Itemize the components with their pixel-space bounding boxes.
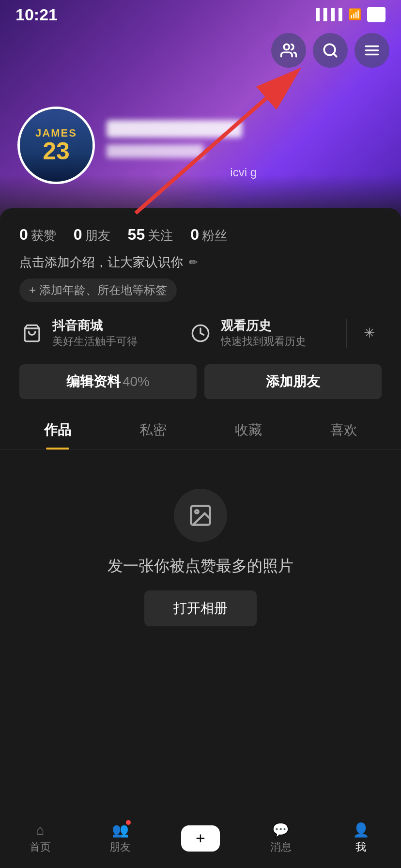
avatar-wrap: JAMES 23 <box>17 107 95 184</box>
edit-icon: ✏ <box>189 256 198 269</box>
followers-count: 0 <box>190 226 199 244</box>
friends-notification-dot <box>126 820 131 825</box>
action-buttons: 编辑资料 40% 添加朋友 <box>0 356 401 411</box>
add-friend-label: 添加朋友 <box>266 372 320 391</box>
nav-home-label: 首页 <box>30 840 51 854</box>
svg-point-11 <box>195 510 199 513</box>
quick-link-divider <box>178 319 178 348</box>
quick-link-more[interactable]: ✳ <box>356 321 382 346</box>
nav-friends-label: 朋友 <box>109 840 131 854</box>
friends-icon-button[interactable] <box>271 33 306 68</box>
stat-likes: 0 获赞 <box>19 226 56 244</box>
history-icon <box>188 321 213 346</box>
empty-state: 发一张你被点赞最多的照片 打开相册 <box>0 450 401 626</box>
nav-me[interactable]: 👤 我 <box>321 822 401 854</box>
bio-text[interactable]: 点击添加介绍，让大家认识你 ✏ <box>19 254 382 271</box>
nav-friends[interactable]: 👥 朋友 <box>80 822 161 854</box>
add-tag-label: + 添加年龄、所在地等标签 <box>29 282 167 298</box>
following-count: 55 <box>128 226 145 244</box>
username-area: icvi g <box>107 120 242 158</box>
stat-following[interactable]: 55 关注 <box>128 226 173 244</box>
top-actions <box>271 33 389 68</box>
shop-link[interactable]: 抖音商城 美好生活触手可得 <box>19 317 168 349</box>
status-icons: ▐▐▐▐ 📶 48 <box>312 7 386 22</box>
shop-subtitle: 美好生活触手可得 <box>52 334 138 349</box>
stats-row: 0 获赞 0 朋友 55 关注 0 粉丝 <box>0 208 401 254</box>
shop-title: 抖音商城 <box>52 317 138 334</box>
wifi-icon: 📶 <box>348 8 361 21</box>
username-suffix: icvi g <box>230 166 257 179</box>
open-album-label: 打开相册 <box>173 601 228 616</box>
status-time: 10:21 <box>15 5 58 24</box>
friends-nav-icon: 👥 <box>112 822 129 837</box>
likes-count: 0 <box>19 226 28 244</box>
bio-area: 点击添加介绍，让大家认识你 ✏ + 添加年龄、所在地等标签 <box>0 254 401 310</box>
battery-indicator: 48 <box>367 7 386 22</box>
tab-private-label: 私密 <box>139 421 167 439</box>
tab-likes[interactable]: 喜欢 <box>296 411 391 450</box>
me-icon: 👤 <box>353 822 370 838</box>
tab-collections[interactable]: 收藏 <box>200 411 296 450</box>
nav-messages[interactable]: 💬 消息 <box>241 822 321 854</box>
history-title: 观看历史 <box>221 317 306 334</box>
followers-label: 粉丝 <box>202 227 227 244</box>
svg-point-0 <box>284 44 289 49</box>
search-icon <box>322 42 339 59</box>
following-label: 关注 <box>148 227 173 244</box>
tab-works-label: 作品 <box>44 421 71 439</box>
main-card: 0 获赞 0 朋友 55 关注 0 粉丝 点击添加介绍，让大家认识你 ✏ + 添… <box>0 208 401 815</box>
tab-collections-label: 收藏 <box>235 421 262 439</box>
photo-icon <box>188 503 213 528</box>
stat-friends: 0 朋友 <box>74 226 110 244</box>
nav-add[interactable] <box>160 825 241 852</box>
edit-profile-percent: 40% <box>123 374 150 389</box>
quick-links: 抖音商城 美好生活触手可得 观看历史 快速找到观看历史 ✳ <box>0 310 401 356</box>
friends-label: 朋友 <box>85 227 110 244</box>
friends-count: 0 <box>74 226 82 244</box>
stat-followers[interactable]: 0 粉丝 <box>190 226 227 244</box>
friends-icon <box>280 42 297 59</box>
history-link[interactable]: 观看历史 快速找到观看历史 <box>188 317 337 349</box>
empty-icon-circle <box>174 489 227 542</box>
status-bar: 10:21 ▐▐▐▐ 📶 48 <box>0 0 401 29</box>
edit-profile-label: 编辑资料 <box>66 372 121 391</box>
likes-label: 获赞 <box>31 227 56 244</box>
tab-private[interactable]: 私密 <box>105 411 200 450</box>
add-friend-button[interactable]: 添加朋友 <box>204 364 382 399</box>
menu-icon <box>364 42 380 59</box>
edit-profile-button[interactable]: 编辑资料 40% <box>19 364 197 399</box>
nav-me-label: 我 <box>355 840 366 854</box>
add-content-button[interactable] <box>181 825 220 852</box>
nav-messages-label: 消息 <box>270 840 292 854</box>
history-subtitle: 快速找到观看历史 <box>221 334 306 349</box>
open-album-button[interactable]: 打开相册 <box>144 590 257 626</box>
add-tag-button[interactable]: + 添加年龄、所在地等标签 <box>19 279 177 302</box>
empty-text: 发一张你被点赞最多的照片 <box>108 556 293 577</box>
tab-likes-label: 喜欢 <box>330 421 357 439</box>
bio-placeholder: 点击添加介绍，让大家认识你 <box>19 254 183 271</box>
quick-link-divider-2 <box>346 319 347 348</box>
tab-works[interactable]: 作品 <box>10 411 105 450</box>
nav-friends-wrap: 👥 <box>112 822 129 838</box>
svg-line-2 <box>334 54 337 57</box>
bottom-nav: ⌂ 首页 👥 朋友 💬 消息 👤 我 <box>0 815 401 868</box>
menu-icon-button[interactable] <box>355 33 389 68</box>
search-icon-button[interactable] <box>313 33 348 68</box>
shop-icon <box>19 321 45 346</box>
avatar[interactable]: JAMES 23 <box>17 107 95 184</box>
username-blurred <box>107 120 242 138</box>
username-id-blurred <box>107 144 203 158</box>
home-icon: ⌂ <box>36 822 44 838</box>
tabs-row: 作品 私密 收藏 喜欢 <box>0 411 401 450</box>
history-text: 观看历史 快速找到观看历史 <box>221 317 306 349</box>
signal-icon: ▐▐▐▐ <box>312 8 342 21</box>
nav-home[interactable]: ⌂ 首页 <box>0 822 80 854</box>
shop-text: 抖音商城 美好生活触手可得 <box>52 317 138 349</box>
avatar-jersey: JAMES 23 <box>20 109 93 182</box>
messages-icon: 💬 <box>272 822 289 838</box>
jersey-number: 23 <box>35 139 77 163</box>
